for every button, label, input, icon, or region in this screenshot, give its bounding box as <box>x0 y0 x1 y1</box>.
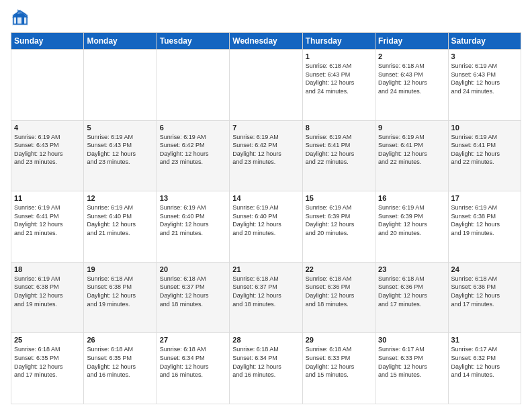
calendar-cell: 26Sunrise: 6:18 AM Sunset: 6:35 PM Dayli… <box>84 333 157 404</box>
calendar-week-3: 11Sunrise: 6:19 AM Sunset: 6:41 PM Dayli… <box>11 191 521 263</box>
calendar-header-tuesday: Tuesday <box>157 33 229 50</box>
day-number: 31 <box>451 336 518 344</box>
day-info: Sunrise: 6:17 AM Sunset: 6:33 PM Dayligh… <box>378 345 445 379</box>
calendar-cell <box>11 50 84 121</box>
day-number: 3 <box>451 52 518 60</box>
day-info: Sunrise: 6:18 AM Sunset: 6:36 PM Dayligh… <box>306 275 372 308</box>
calendar-cell: 3Sunrise: 6:19 AM Sunset: 6:43 PM Daylig… <box>448 50 521 121</box>
calendar-cell: 10Sunrise: 6:19 AM Sunset: 6:41 PM Dayli… <box>448 120 521 191</box>
calendar-cell: 12Sunrise: 6:19 AM Sunset: 6:40 PM Dayli… <box>84 191 157 263</box>
logo <box>11 8 32 27</box>
day-info: Sunrise: 6:18 AM Sunset: 6:35 PM Dayligh… <box>14 345 81 379</box>
day-number: 16 <box>378 194 445 202</box>
day-number: 7 <box>232 124 299 132</box>
day-info: Sunrise: 6:19 AM Sunset: 6:43 PM Dayligh… <box>14 133 81 167</box>
day-info: Sunrise: 6:18 AM Sunset: 6:38 PM Dayligh… <box>87 275 153 308</box>
day-info: Sunrise: 6:19 AM Sunset: 6:41 PM Dayligh… <box>14 203 81 237</box>
calendar-cell: 18Sunrise: 6:19 AM Sunset: 6:38 PM Dayli… <box>11 262 84 333</box>
calendar-cell: 20Sunrise: 6:18 AM Sunset: 6:37 PM Dayli… <box>157 262 229 333</box>
day-number: 1 <box>306 52 372 60</box>
calendar-week-5: 25Sunrise: 6:18 AM Sunset: 6:35 PM Dayli… <box>11 333 521 404</box>
calendar-cell: 13Sunrise: 6:19 AM Sunset: 6:40 PM Dayli… <box>157 191 229 263</box>
calendar-cell: 7Sunrise: 6:19 AM Sunset: 6:42 PM Daylig… <box>230 120 302 191</box>
day-number: 8 <box>306 124 372 132</box>
day-number: 24 <box>451 265 518 273</box>
calendar-cell: 22Sunrise: 6:18 AM Sunset: 6:36 PM Dayli… <box>302 262 375 333</box>
calendar-cell: 24Sunrise: 6:18 AM Sunset: 6:36 PM Dayli… <box>448 262 521 333</box>
calendar-cell: 19Sunrise: 6:18 AM Sunset: 6:38 PM Dayli… <box>84 262 157 333</box>
calendar-cell: 30Sunrise: 6:17 AM Sunset: 6:33 PM Dayli… <box>375 333 448 404</box>
calendar-cell: 1Sunrise: 6:18 AM Sunset: 6:43 PM Daylig… <box>302 50 375 121</box>
day-number: 27 <box>160 336 226 344</box>
calendar-cell <box>84 50 157 121</box>
logo-icon <box>11 8 30 27</box>
day-info: Sunrise: 6:19 AM Sunset: 6:40 PM Dayligh… <box>160 203 226 237</box>
day-info: Sunrise: 6:18 AM Sunset: 6:34 PM Dayligh… <box>232 345 299 379</box>
calendar-cell: 15Sunrise: 6:19 AM Sunset: 6:39 PM Dayli… <box>302 191 375 263</box>
day-info: Sunrise: 6:19 AM Sunset: 6:38 PM Dayligh… <box>14 275 81 308</box>
day-info: Sunrise: 6:19 AM Sunset: 6:40 PM Dayligh… <box>232 203 299 237</box>
calendar-cell: 25Sunrise: 6:18 AM Sunset: 6:35 PM Dayli… <box>11 333 84 404</box>
header <box>11 8 521 27</box>
day-info: Sunrise: 6:18 AM Sunset: 6:37 PM Dayligh… <box>232 275 299 308</box>
day-info: Sunrise: 6:19 AM Sunset: 6:38 PM Dayligh… <box>451 203 518 237</box>
day-number: 17 <box>451 194 518 202</box>
calendar-cell: 21Sunrise: 6:18 AM Sunset: 6:37 PM Dayli… <box>230 262 302 333</box>
day-number: 19 <box>87 265 153 273</box>
day-info: Sunrise: 6:18 AM Sunset: 6:36 PM Dayligh… <box>451 275 518 308</box>
calendar-cell: 28Sunrise: 6:18 AM Sunset: 6:34 PM Dayli… <box>230 333 302 404</box>
calendar-cell <box>230 50 302 121</box>
calendar-header-saturday: Saturday <box>448 33 521 50</box>
calendar-week-1: 1Sunrise: 6:18 AM Sunset: 6:43 PM Daylig… <box>11 50 521 121</box>
calendar-header-monday: Monday <box>84 33 157 50</box>
calendar-header-friday: Friday <box>375 33 448 50</box>
day-info: Sunrise: 6:19 AM Sunset: 6:43 PM Dayligh… <box>451 62 518 95</box>
day-number: 14 <box>232 194 299 202</box>
calendar-table: SundayMondayTuesdayWednesdayThursdayFrid… <box>11 32 521 404</box>
day-number: 10 <box>451 124 518 132</box>
calendar-header-sunday: Sunday <box>11 33 84 50</box>
day-info: Sunrise: 6:19 AM Sunset: 6:39 PM Dayligh… <box>306 203 372 237</box>
day-info: Sunrise: 6:19 AM Sunset: 6:43 PM Dayligh… <box>87 133 153 167</box>
day-info: Sunrise: 6:19 AM Sunset: 6:42 PM Dayligh… <box>232 133 299 167</box>
day-number: 5 <box>87 124 153 132</box>
day-number: 11 <box>14 194 81 202</box>
day-info: Sunrise: 6:18 AM Sunset: 6:37 PM Dayligh… <box>160 275 226 308</box>
day-info: Sunrise: 6:18 AM Sunset: 6:43 PM Dayligh… <box>306 62 372 95</box>
calendar-cell: 17Sunrise: 6:19 AM Sunset: 6:38 PM Dayli… <box>448 191 521 263</box>
calendar-cell: 8Sunrise: 6:19 AM Sunset: 6:41 PM Daylig… <box>302 120 375 191</box>
calendar-cell: 16Sunrise: 6:19 AM Sunset: 6:39 PM Dayli… <box>375 191 448 263</box>
day-number: 15 <box>306 194 372 202</box>
day-info: Sunrise: 6:17 AM Sunset: 6:32 PM Dayligh… <box>451 345 518 379</box>
calendar-cell <box>157 50 229 121</box>
day-number: 18 <box>14 265 81 273</box>
calendar-header-wednesday: Wednesday <box>230 33 302 50</box>
day-number: 21 <box>232 265 299 273</box>
day-number: 26 <box>87 336 153 344</box>
calendar-header-row: SundayMondayTuesdayWednesdayThursdayFrid… <box>11 33 521 50</box>
day-info: Sunrise: 6:18 AM Sunset: 6:43 PM Dayligh… <box>378 62 445 95</box>
calendar-cell: 5Sunrise: 6:19 AM Sunset: 6:43 PM Daylig… <box>84 120 157 191</box>
day-info: Sunrise: 6:19 AM Sunset: 6:41 PM Dayligh… <box>451 133 518 167</box>
calendar-header-thursday: Thursday <box>302 33 375 50</box>
day-info: Sunrise: 6:18 AM Sunset: 6:35 PM Dayligh… <box>87 345 153 379</box>
day-number: 20 <box>160 265 226 273</box>
day-info: Sunrise: 6:19 AM Sunset: 6:42 PM Dayligh… <box>160 133 226 167</box>
calendar-cell: 6Sunrise: 6:19 AM Sunset: 6:42 PM Daylig… <box>157 120 229 191</box>
day-number: 2 <box>378 52 445 60</box>
day-info: Sunrise: 6:18 AM Sunset: 6:36 PM Dayligh… <box>378 275 445 308</box>
day-info: Sunrise: 6:18 AM Sunset: 6:34 PM Dayligh… <box>160 345 226 379</box>
day-number: 6 <box>160 124 226 132</box>
calendar-cell: 27Sunrise: 6:18 AM Sunset: 6:34 PM Dayli… <box>157 333 229 404</box>
day-number: 12 <box>87 194 153 202</box>
calendar-cell: 9Sunrise: 6:19 AM Sunset: 6:41 PM Daylig… <box>375 120 448 191</box>
calendar-week-4: 18Sunrise: 6:19 AM Sunset: 6:38 PM Dayli… <box>11 262 521 333</box>
calendar-cell: 14Sunrise: 6:19 AM Sunset: 6:40 PM Dayli… <box>230 191 302 263</box>
day-info: Sunrise: 6:19 AM Sunset: 6:39 PM Dayligh… <box>378 203 445 237</box>
day-number: 13 <box>160 194 226 202</box>
day-info: Sunrise: 6:18 AM Sunset: 6:33 PM Dayligh… <box>306 345 372 379</box>
day-info: Sunrise: 6:19 AM Sunset: 6:41 PM Dayligh… <box>378 133 445 167</box>
day-number: 23 <box>378 265 445 273</box>
day-number: 4 <box>14 124 81 132</box>
day-number: 9 <box>378 124 445 132</box>
